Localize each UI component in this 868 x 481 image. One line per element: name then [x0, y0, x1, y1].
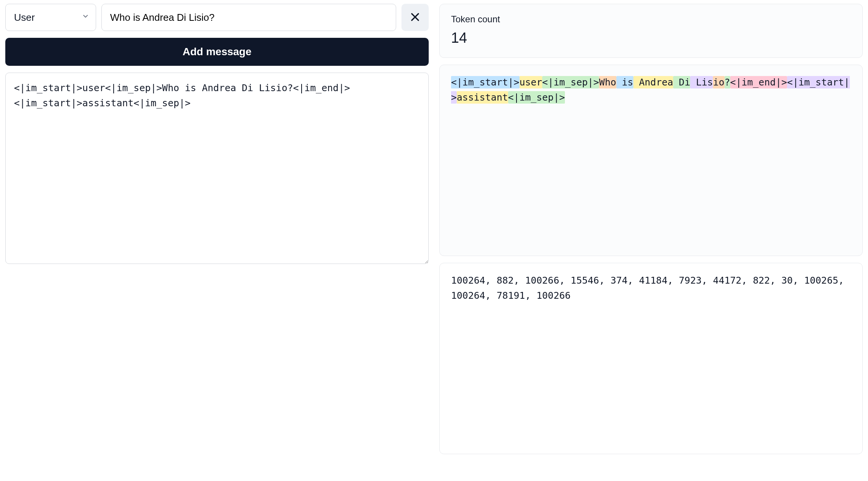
token-count-label: Token count: [451, 14, 851, 25]
token-span: io: [713, 76, 724, 88]
token-ids-text: 100264, 882, 100266, 15546, 374, 41184, …: [451, 275, 844, 301]
token-span: ?: [725, 76, 730, 88]
left-column: User Add message: [5, 4, 429, 454]
token-span: <|im_sep|>: [542, 76, 599, 88]
token-span: <|im_end|>: [730, 76, 787, 88]
token-span: Andrea: [633, 76, 673, 88]
main-layout: User Add message Token count 14 <|im_sta…: [5, 4, 863, 454]
token-span: user: [520, 76, 542, 88]
token-ids-panel: 100264, 882, 100266, 15546, 374, 41184, …: [439, 263, 863, 454]
token-span: assistant: [457, 91, 508, 104]
token-span: Lis: [690, 76, 713, 88]
token-span: <|im_start|>: [451, 76, 520, 88]
token-count-panel: Token count 14: [439, 4, 863, 58]
tokenized-view-panel: <|im_start|>user<|im_sep|>Who is Andrea …: [439, 65, 863, 256]
clear-message-button[interactable]: [401, 4, 429, 31]
close-icon: [409, 11, 421, 24]
message-text-input[interactable]: [101, 4, 396, 31]
token-span: Di: [673, 76, 690, 88]
token-span: is: [616, 76, 633, 88]
right-column: Token count 14 <|im_start|>user<|im_sep|…: [439, 4, 863, 454]
token-span: Who: [599, 76, 616, 88]
role-select[interactable]: User: [5, 4, 96, 31]
message-builder-row: User: [5, 4, 429, 31]
role-select-value: User: [14, 12, 35, 23]
add-message-button[interactable]: Add message: [5, 38, 429, 66]
token-span: <|im_sep|>: [508, 91, 565, 104]
raw-prompt-textarea[interactable]: [5, 73, 429, 264]
token-count-value: 14: [451, 30, 851, 46]
